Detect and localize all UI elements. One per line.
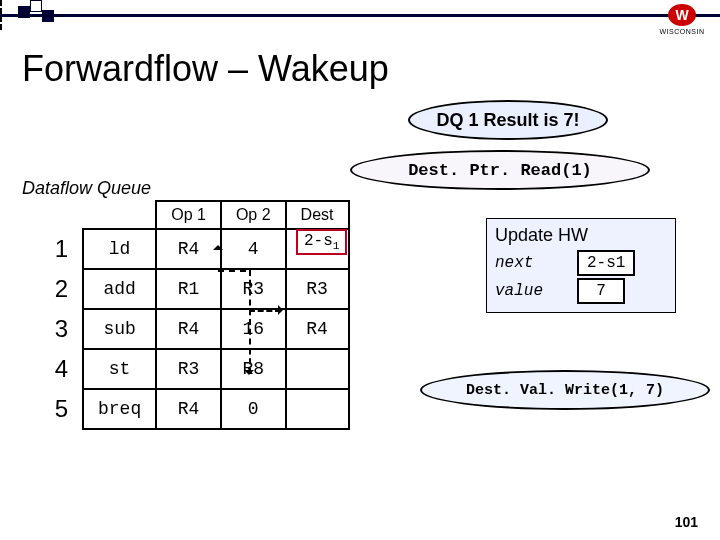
wisconsin-logo: W WISCONSIN bbox=[654, 4, 710, 44]
arrow-icon bbox=[249, 270, 251, 374]
row-op1: R1 bbox=[156, 269, 221, 309]
row-op1: R4 bbox=[156, 309, 221, 349]
row-index: 5 bbox=[35, 389, 83, 429]
update-value-row: value 7 bbox=[495, 278, 667, 304]
row-op1: R4 bbox=[156, 389, 221, 429]
row-index: 1 bbox=[35, 229, 83, 269]
table-row: 3 sub R4 16 R4 bbox=[35, 309, 349, 349]
table-header-dest: Dest bbox=[286, 201, 349, 229]
row-op: st bbox=[83, 349, 156, 389]
row-index: 3 bbox=[35, 309, 83, 349]
row-op: ld bbox=[83, 229, 156, 269]
table-header-blank bbox=[83, 201, 156, 229]
arrow-icon bbox=[249, 310, 281, 312]
callout-result: DQ 1 Result is 7! bbox=[408, 100, 608, 140]
arrowhead-icon bbox=[244, 370, 254, 380]
update-hw-panel: Update HW next 2-s1 value 7 bbox=[486, 218, 676, 313]
deco-square-icon bbox=[18, 6, 30, 18]
page-number: 101 bbox=[675, 514, 698, 530]
row-op2: R3 bbox=[221, 269, 286, 309]
table-row: 4 st R3 R8 bbox=[35, 349, 349, 389]
arrowhead-icon bbox=[278, 305, 288, 315]
logo-text: WISCONSIN bbox=[660, 28, 705, 35]
update-hw-header: Update HW bbox=[495, 225, 667, 246]
title-main: Forwardflow bbox=[22, 48, 218, 89]
row-op: breq bbox=[83, 389, 156, 429]
deco-square-icon bbox=[30, 0, 42, 12]
dataflow-queue-label: Dataflow Queue bbox=[22, 178, 151, 199]
table-header-op1: Op 1 bbox=[156, 201, 221, 229]
table-row: 2 add R1 R3 R3 bbox=[35, 269, 349, 309]
row-op2: R8 bbox=[221, 349, 286, 389]
update-next-row: next 2-s1 bbox=[495, 250, 667, 276]
row-dest: R3 bbox=[286, 269, 349, 309]
table-header-blank bbox=[35, 201, 83, 229]
table-header-row: Op 1 Op 2 Dest bbox=[35, 201, 349, 229]
table-row: 5 breq R4 0 bbox=[35, 389, 349, 429]
row-op: add bbox=[83, 269, 156, 309]
row-dest: R4 bbox=[286, 309, 349, 349]
row-dest bbox=[286, 349, 349, 389]
row-op2: 16 bbox=[221, 309, 286, 349]
row-op1: R4 bbox=[156, 229, 221, 269]
row-op: sub bbox=[83, 309, 156, 349]
update-next-value: 2-s1 bbox=[577, 250, 635, 276]
arrowhead-icon bbox=[213, 240, 223, 250]
dest-pointer-overlay: 2-s1 bbox=[296, 229, 347, 255]
row-dest bbox=[286, 389, 349, 429]
header-decoration bbox=[0, 0, 720, 22]
row-op2: 0 bbox=[221, 389, 286, 429]
row-index: 4 bbox=[35, 349, 83, 389]
row-op2: 4 bbox=[221, 229, 286, 269]
row-index: 2 bbox=[35, 269, 83, 309]
update-next-label: next bbox=[495, 254, 577, 272]
callout-dest-write: Dest. Val. Write(1, 7) bbox=[420, 370, 710, 410]
arrow-icon bbox=[218, 270, 246, 272]
title-sub: Wakeup bbox=[258, 48, 389, 89]
logo-shield-icon: W bbox=[668, 4, 696, 26]
callout-dest-read: Dest. Ptr. Read(1) bbox=[350, 150, 650, 190]
update-value-value: 7 bbox=[577, 278, 625, 304]
dest-pointer-text: 2-s bbox=[304, 232, 333, 250]
update-value-label: value bbox=[495, 282, 577, 300]
header-rule bbox=[0, 14, 720, 17]
deco-square-icon bbox=[42, 10, 54, 22]
title-dash: – bbox=[228, 48, 248, 89]
slide-title: Forwardflow–Wakeup bbox=[22, 48, 389, 90]
update-next-main: 2-s1 bbox=[587, 254, 625, 272]
row-op1: R3 bbox=[156, 349, 221, 389]
dest-pointer-subscript: 1 bbox=[333, 240, 340, 252]
table-header-op2: Op 2 bbox=[221, 201, 286, 229]
